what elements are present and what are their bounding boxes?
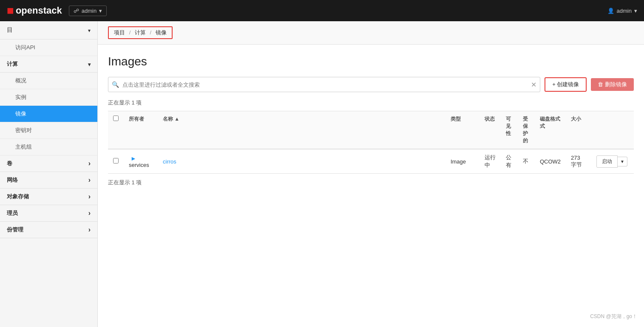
table-header-row: 所有者 名称 ▲ 类型 状态 可见性 <box>108 111 634 149</box>
main-content: 项目 / 计算 / 镜像 Images 🔍 ✕ + 创建镜像 🗑 删除镜像 正在… <box>98 21 644 327</box>
user-chevron: ▾ <box>634 8 637 14</box>
main-layout: 目 访问API 计算 概况 实例 镜像 密钥对 主机组 卷 网络 <box>0 21 644 327</box>
row-expand-button[interactable]: ► <box>129 155 138 162</box>
sidebar-item-hostgroups[interactable]: 主机组 <box>0 139 97 155</box>
sidebar-item-keypairs[interactable]: 密钥对 <box>0 122 97 139</box>
sidebar-volumes-header[interactable]: 卷 <box>0 155 97 172</box>
row-name-cell: cirros <box>158 149 445 174</box>
admin-menu-chevron: ▾ <box>99 8 102 14</box>
th-actions <box>591 111 634 149</box>
sidebar-item-images[interactable]: 镜像 <box>0 106 97 122</box>
row-status-cell: 运行中 <box>479 149 501 174</box>
sidebar-identity-header[interactable]: 份管理 <box>0 222 97 238</box>
brand-logo: ■ openstack <box>7 5 62 17</box>
th-protected: 受保护的 <box>518 111 535 149</box>
sidebar-volumes-chevron <box>88 160 91 167</box>
user-label: admin <box>617 8 632 14</box>
topnav-left: ■ openstack ☍ admin ▾ <box>7 5 107 17</box>
breadcrumb-compute: 计算 <box>135 29 146 36</box>
sidebar-compute-chevron <box>88 61 91 68</box>
breadcrumb-bar: 项目 / 计算 / 镜像 <box>98 21 644 45</box>
sidebar-item-instances[interactable]: 实例 <box>0 89 97 106</box>
row-size-cell: 273 字节 <box>566 149 591 174</box>
delete-image-button[interactable]: 🗑 删除镜像 <box>591 78 634 91</box>
th-format: 磁盘格式式 <box>535 111 566 149</box>
brand-dot: ■ <box>7 5 14 17</box>
search-box: 🔍 ✕ <box>108 77 540 92</box>
table-row: ► services cirros Image 运行中 <box>108 149 634 174</box>
breadcrumb-sep2: / <box>150 29 152 36</box>
user-icon: 👤 <box>607 8 614 14</box>
row-visibility-cell: 公有 <box>501 149 518 174</box>
sidebar-admin-header[interactable]: 理员 <box>0 205 97 222</box>
search-icon: 🔍 <box>112 81 119 88</box>
brand-openstack: openstack <box>16 5 62 16</box>
breadcrumb-project: 项目 <box>114 29 125 36</box>
row-format: QCOW2 <box>540 158 561 165</box>
row-action-cell: 启动 ▼ <box>591 149 634 174</box>
th-name[interactable]: 名称 ▲ <box>158 111 445 149</box>
row-visibility: 公有 <box>506 154 511 168</box>
create-image-button[interactable]: + 创建镜像 <box>545 77 587 92</box>
sidebar-item-overview[interactable]: 概况 <box>0 73 97 89</box>
th-type: 类型 <box>445 111 479 149</box>
th-visibility: 可见性 <box>501 111 518 149</box>
user-menu[interactable]: 👤 admin ▾ <box>607 8 637 14</box>
row-protected: 不 <box>523 158 528 164</box>
showing-count-bottom: 正在显示 1 项 <box>108 179 634 186</box>
showing-count-top: 正在显示 1 项 <box>108 99 634 107</box>
th-checkbox <box>108 111 124 149</box>
row-status: 运行中 <box>485 154 496 168</box>
admin-menu-label: admin <box>82 8 96 14</box>
th-status: 状态 <box>479 111 501 149</box>
sidebar: 目 访问API 计算 概况 实例 镜像 密钥对 主机组 卷 网络 <box>0 21 98 327</box>
sidebar-object-storage-chevron <box>88 193 91 200</box>
row-type-cell: Image <box>445 149 479 174</box>
search-input[interactable] <box>122 82 531 88</box>
action-dropdown-button[interactable]: ▼ <box>618 157 627 166</box>
sidebar-admin-chevron <box>88 209 91 217</box>
sidebar-top-label: 目 <box>7 26 13 34</box>
th-owner: 所有者 <box>124 111 158 149</box>
launch-button[interactable]: 启动 <box>596 155 618 168</box>
sidebar-identity-chevron <box>88 226 91 234</box>
th-size: 大小 <box>566 111 591 149</box>
watermark: CSDN @芫湖，go！ <box>590 313 637 320</box>
row-owner: services <box>129 162 149 168</box>
breadcrumb-sep1: / <box>129 29 131 36</box>
row-checkbox[interactable] <box>113 158 119 164</box>
row-name-link[interactable]: cirros <box>163 158 176 165</box>
row-expand-owner: ► services <box>124 149 158 174</box>
page-content: Images 🔍 ✕ + 创建镜像 🗑 删除镜像 正在显示 1 项 <box>98 45 644 201</box>
top-navigation: ■ openstack ☍ admin ▾ 👤 admin ▾ <box>0 0 644 21</box>
breadcrumb-images: 镜像 <box>156 29 167 36</box>
row-checkbox-cell <box>108 149 124 174</box>
images-table: 所有者 名称 ▲ 类型 状态 可见性 <box>108 111 634 174</box>
sidebar-item-access-api[interactable]: 访问API <box>0 39 97 56</box>
page-title: Images <box>108 55 634 68</box>
row-format-cell: QCOW2 <box>535 149 566 174</box>
breadcrumb: 项目 / 计算 / 镜像 <box>108 26 173 39</box>
sidebar-network-chevron <box>88 176 91 184</box>
sidebar-network-header[interactable]: 网络 <box>0 172 97 189</box>
select-all-checkbox[interactable] <box>113 116 119 121</box>
admin-menu[interactable]: ☍ admin ▾ <box>69 6 107 16</box>
row-protected-cell: 不 <box>518 149 535 174</box>
row-size: 273 字节 <box>571 155 582 168</box>
search-row: 🔍 ✕ + 创建镜像 🗑 删除镜像 <box>108 77 634 92</box>
row-type: Image <box>451 158 466 165</box>
sidebar-top-chevron <box>88 27 91 34</box>
admin-menu-icon: ☍ <box>74 8 79 14</box>
action-group: 启动 ▼ <box>596 155 629 168</box>
sidebar-compute-header[interactable]: 计算 <box>0 56 97 73</box>
sidebar-top-item[interactable]: 目 <box>0 21 97 39</box>
sidebar-object-storage-header[interactable]: 对象存储 <box>0 189 97 205</box>
search-clear-icon[interactable]: ✕ <box>531 81 536 89</box>
